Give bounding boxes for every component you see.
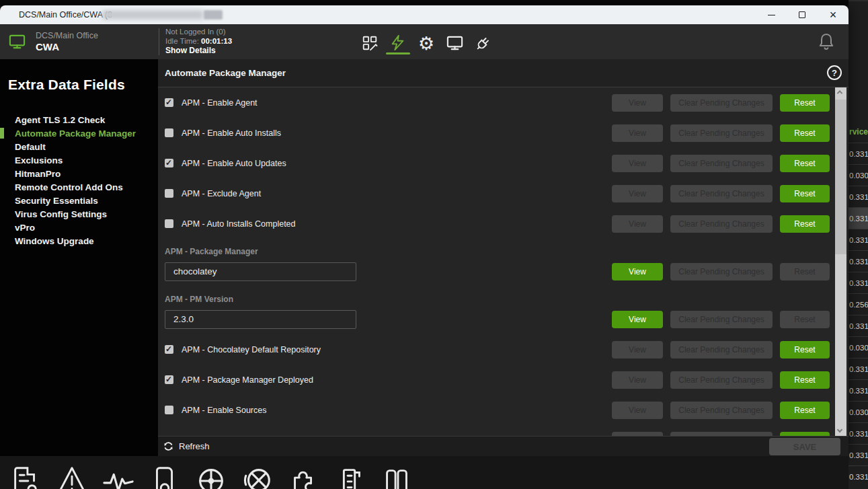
field-label: APM - PM Version: [158, 287, 849, 304]
scroll-down-arrow[interactable]: [838, 428, 843, 433]
close-button[interactable]: ×: [818, 5, 849, 24]
help-button[interactable]: ?: [827, 65, 842, 80]
view-button[interactable]: View: [612, 311, 663, 328]
sidebar-item-windows-upgrade[interactable]: Windows Upgrade: [0, 234, 158, 248]
open-book-icon[interactable]: [380, 463, 413, 489]
reset-button[interactable]: Reset: [780, 124, 830, 142]
checkbox[interactable]: ✓: [165, 406, 173, 414]
sidebar-item-agent-tls[interactable]: Agent TLS 1.2 Check: [0, 113, 158, 126]
session-info: Not Logged In (0) Idle Time: 00:01:13 Sh…: [165, 27, 232, 55]
field-label: APM - Exclude Agent: [182, 189, 261, 198]
field-row: ✓ APM - Exclude Agent View Clear Pending…: [158, 178, 849, 209]
view-button[interactable]: View: [612, 185, 663, 202]
scrollbar-thumb[interactable]: [835, 100, 846, 254]
pulse-monitor-icon[interactable]: [102, 463, 135, 489]
window-titlebar[interactable]: DCS/Main Office/CWA (8 ×: [0, 5, 849, 24]
table-row: 0.030: [849, 401, 868, 422]
view-button[interactable]: View: [612, 402, 663, 419]
show-details-link[interactable]: Show Details: [165, 46, 232, 55]
fields-list: ✓ APM - Enable Agent View Clear Pending …: [158, 87, 849, 436]
page-search-icon[interactable]: [148, 463, 182, 489]
sidebar-item-exclusions[interactable]: Exclusions: [0, 153, 158, 167]
idle-time-label: Idle Time:: [165, 37, 199, 45]
sidebar-title: Extra Data Fields: [8, 77, 158, 93]
reset-button[interactable]: Reset: [780, 402, 830, 419]
field-row: ✓ APM - Sources Enabled View Clear Pendi…: [158, 425, 849, 436]
clear-pending-button[interactable]: Clear Pending Changes: [670, 371, 773, 389]
clear-pending-button[interactable]: Clear Pending Changes: [670, 402, 773, 419]
target-signal-icon[interactable]: [241, 463, 274, 489]
table-row: 0.331: [849, 272, 868, 293]
checkbox[interactable]: ✓: [165, 159, 173, 167]
checkbox[interactable]: ✓: [165, 219, 173, 228]
target-circle-icon[interactable]: [194, 463, 228, 489]
view-button[interactable]: View: [612, 94, 663, 112]
sidebar-item-automate-package-manager[interactable]: Automate Package Manager: [0, 126, 158, 140]
refresh-label: Refresh: [179, 441, 210, 451]
view-button[interactable]: View: [612, 371, 663, 389]
reset-button[interactable]: Reset: [780, 94, 830, 112]
clear-pending-button[interactable]: Clear Pending Changes: [670, 341, 773, 359]
sidebar-item-security-essentials[interactable]: Security Essentials: [0, 194, 158, 207]
puzzle-plugin-icon[interactable]: [287, 463, 321, 489]
script-wrench-icon[interactable]: [9, 463, 42, 489]
bell-icon: [818, 32, 835, 51]
view-button[interactable]: View: [612, 341, 663, 359]
warning-triangle-icon[interactable]: [55, 463, 89, 489]
view-button[interactable]: View: [612, 263, 663, 280]
notifications-button[interactable]: [818, 32, 835, 54]
vertical-scrollbar[interactable]: [835, 87, 846, 436]
sidebar-item-vpro[interactable]: vPro: [0, 221, 158, 234]
field-label: APM - Chocolatey Default Repository: [182, 345, 321, 354]
clear-pending-button[interactable]: Clear Pending Changes: [670, 185, 773, 202]
package-manager-input[interactable]: [165, 262, 356, 281]
checkbox[interactable]: ✓: [165, 128, 173, 137]
tab-commands-active[interactable]: [388, 32, 408, 54]
tab-settings[interactable]: ⚙: [416, 32, 436, 54]
view-button[interactable]: View: [612, 215, 663, 233]
sidebar-item-hitmanpro[interactable]: HitmanPro: [0, 167, 158, 180]
sidebar-item-label: Security Essentials: [15, 196, 98, 206]
checkbox[interactable]: ✓: [165, 189, 173, 198]
checkbox[interactable]: ✓: [165, 98, 173, 107]
window-title: DCS/Main Office/CWA (8: [19, 10, 112, 20]
field-label: APM - Package Manager Deployed: [182, 375, 313, 385]
clear-pending-button[interactable]: Clear Pending Changes: [670, 124, 773, 142]
tab-power[interactable]: [473, 32, 493, 54]
clear-pending-button[interactable]: Clear Pending Changes: [670, 155, 773, 172]
sidebar-item-virus-config[interactable]: Virus Config Settings: [0, 207, 158, 221]
reset-button[interactable]: Reset: [780, 215, 830, 233]
inventory-list-icon[interactable]: [333, 463, 367, 489]
clear-pending-button[interactable]: Clear Pending Changes: [670, 94, 773, 112]
background-window-fragment: rvice 0.331 0.030 0.331 0.331 0.331 0.33…: [849, 0, 868, 489]
clear-pending-button[interactable]: Clear Pending Changes: [670, 311, 773, 328]
sidebar-item-default[interactable]: Default: [0, 140, 158, 153]
maximize-button[interactable]: [787, 5, 818, 24]
save-button[interactable]: SAVE: [769, 438, 840, 455]
check-icon: ✓: [165, 375, 172, 384]
reset-button[interactable]: Reset: [780, 341, 830, 359]
reset-button[interactable]: Reset: [780, 263, 830, 280]
field-row: ✓ APM - Enable Auto Updates View Clear P…: [158, 148, 849, 178]
check-icon: ✓: [165, 158, 172, 167]
checkbox[interactable]: ✓: [165, 345, 173, 354]
reset-button[interactable]: Reset: [780, 311, 830, 328]
power-plug-icon: [474, 34, 492, 52]
tab-screen[interactable]: [444, 32, 465, 54]
clear-pending-button[interactable]: Clear Pending Changes: [670, 215, 773, 233]
sidebar-item-remote-control[interactable]: Remote Control Add Ons: [0, 180, 158, 194]
pm-version-input[interactable]: [165, 310, 356, 329]
field-row: View Clear Pending Changes Reset: [158, 304, 849, 334]
minimize-button[interactable]: [756, 5, 787, 24]
view-button[interactable]: View: [612, 124, 663, 142]
checkbox[interactable]: ✓: [165, 375, 173, 384]
sidebar-nav: Agent TLS 1.2 Check Automate Package Man…: [0, 113, 158, 248]
clear-pending-button[interactable]: Clear Pending Changes: [670, 263, 773, 280]
view-button[interactable]: View: [612, 155, 663, 172]
reset-button[interactable]: Reset: [780, 371, 830, 389]
reset-button[interactable]: Reset: [780, 155, 830, 172]
reset-button[interactable]: Reset: [780, 185, 830, 202]
scroll-up-arrow[interactable]: [838, 90, 843, 96]
refresh-button[interactable]: Refresh: [163, 441, 210, 451]
tab-data-fields[interactable]: [360, 32, 380, 54]
